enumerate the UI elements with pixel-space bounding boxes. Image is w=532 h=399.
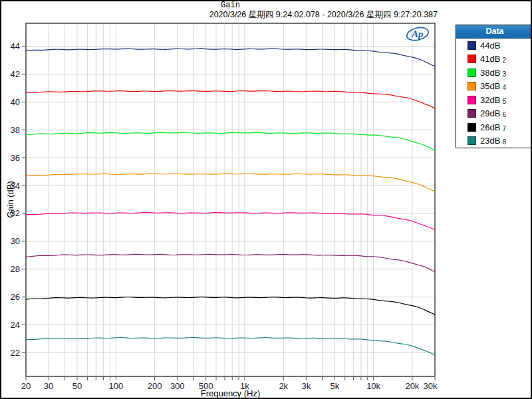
legend-item-44dB[interactable]: 44dB bbox=[456, 39, 532, 53]
y-tick-label: 40 bbox=[11, 97, 20, 107]
legend-item-label: 32dB bbox=[480, 95, 500, 105]
y-tick-label: 24 bbox=[11, 320, 20, 330]
audio-precision-logo: Ap bbox=[404, 25, 431, 45]
legend-item-label: 44dB bbox=[480, 41, 500, 51]
legend-item-index: 3 bbox=[502, 70, 506, 78]
legend-color-swatch bbox=[467, 82, 476, 90]
legend-item-35dB[interactable]: 35dB4 bbox=[456, 80, 532, 94]
y-tick-label: 28 bbox=[11, 264, 20, 274]
legend-item-index: 2 bbox=[502, 57, 506, 64]
y-tick-label: 30 bbox=[11, 236, 20, 246]
legend-item-23dB[interactable]: 23dB8 bbox=[456, 134, 532, 148]
y-axis-title: Gain (dB) bbox=[5, 181, 15, 218]
logo-text: Ap bbox=[411, 29, 424, 39]
legend-item-29dB[interactable]: 29dB6 bbox=[456, 107, 532, 121]
y-tick-label: 36 bbox=[11, 153, 20, 163]
ap-graph-window: Gain 2020/3/26 星期四 9:24:02.078 - 2020/3/… bbox=[0, 0, 532, 399]
legend-item-38dB[interactable]: 38dB3 bbox=[456, 66, 532, 80]
legend-item-32dB[interactable]: 32dB5 bbox=[456, 93, 532, 107]
legend-color-swatch bbox=[467, 55, 476, 63]
legend-item-label: 38dB bbox=[480, 68, 500, 78]
legend-item-label: 41dB bbox=[480, 54, 500, 64]
y-tick-label: 38 bbox=[11, 125, 20, 135]
legend-color-swatch bbox=[467, 123, 476, 132]
legend-color-swatch bbox=[467, 136, 476, 145]
gridlines bbox=[26, 23, 435, 376]
legend-item-label: 26dB bbox=[480, 122, 500, 132]
x-axis-title: Frequency (Hz) bbox=[26, 388, 435, 398]
y-tick-label: 22 bbox=[11, 348, 20, 358]
y-tick-label: 44 bbox=[11, 41, 20, 51]
legend-header: Data bbox=[456, 25, 532, 39]
legend-color-swatch bbox=[467, 109, 476, 118]
legend-item-index: 4 bbox=[502, 84, 506, 91]
legend-item-index: 6 bbox=[502, 111, 506, 118]
legend-item-label: 35dB bbox=[480, 81, 500, 91]
legend-item-label: 29dB bbox=[480, 108, 500, 118]
legend-color-swatch bbox=[467, 96, 476, 104]
legend-color-swatch bbox=[467, 41, 476, 50]
legend-color-swatch bbox=[467, 68, 476, 77]
y-tick-label: 42 bbox=[11, 69, 20, 79]
legend-item-41dB[interactable]: 41dB2 bbox=[456, 53, 532, 66]
y-tick-label: 26 bbox=[11, 292, 20, 302]
gain-frequency-plot[interactable]: 2030501002003005001k2k3k5k10k20k30k22242… bbox=[1, 1, 532, 399]
legend-item-index: 8 bbox=[502, 138, 506, 146]
data-legend-panel[interactable]: Data 44dB41dB238dB335dB432dB529dB626dB72… bbox=[456, 25, 532, 148]
legend-item-label: 23dB bbox=[480, 136, 500, 146]
legend-item-index: 7 bbox=[502, 125, 506, 132]
legend-item-26dB[interactable]: 26dB7 bbox=[456, 120, 532, 134]
legend-items: 44dB41dB238dB335dB432dB529dB626dB723dB8 bbox=[456, 39, 532, 148]
legend-item-index: 5 bbox=[502, 98, 506, 105]
